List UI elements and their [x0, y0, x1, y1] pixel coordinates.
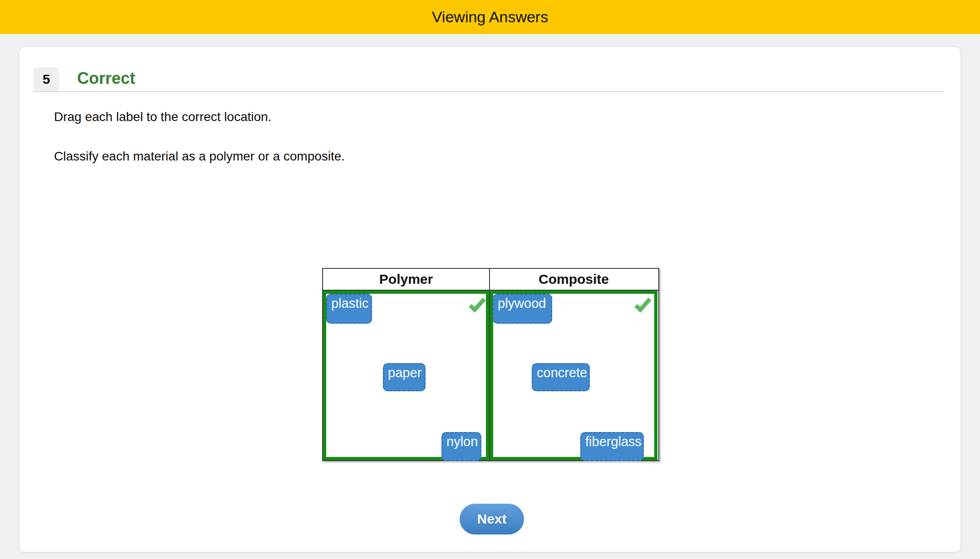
chip-fiberglass[interactable]: fiberglass	[580, 432, 644, 461]
chip-nylon[interactable]: nylon	[441, 432, 481, 461]
column-header-composite: Composite	[490, 269, 657, 290]
chip-concrete[interactable]: concrete	[532, 363, 590, 391]
chip-plywood[interactable]: plywood	[493, 294, 552, 324]
status-label: Correct	[77, 69, 135, 88]
instruction-line-1: Drag each label to the correct location.	[54, 110, 271, 124]
next-button[interactable]: Next	[460, 504, 524, 535]
banner-title: Viewing Answers	[432, 8, 548, 26]
chip-paper[interactable]: paper	[383, 363, 426, 391]
top-banner: Viewing Answers	[0, 0, 980, 34]
question-number-tab: 5	[34, 68, 59, 91]
chip-plastic[interactable]: plastic	[326, 294, 372, 324]
classification-table: Polymer Composite plastic paper nylon pl…	[322, 268, 659, 461]
question-card: 5 Correct Drag each label to the correct…	[19, 47, 961, 552]
instruction-line-2: Classify each material as a polymer or a…	[54, 149, 345, 164]
header-divider	[34, 91, 944, 92]
column-header-polymer: Polymer	[323, 269, 490, 290]
table-header-row: Polymer Composite	[323, 269, 658, 291]
